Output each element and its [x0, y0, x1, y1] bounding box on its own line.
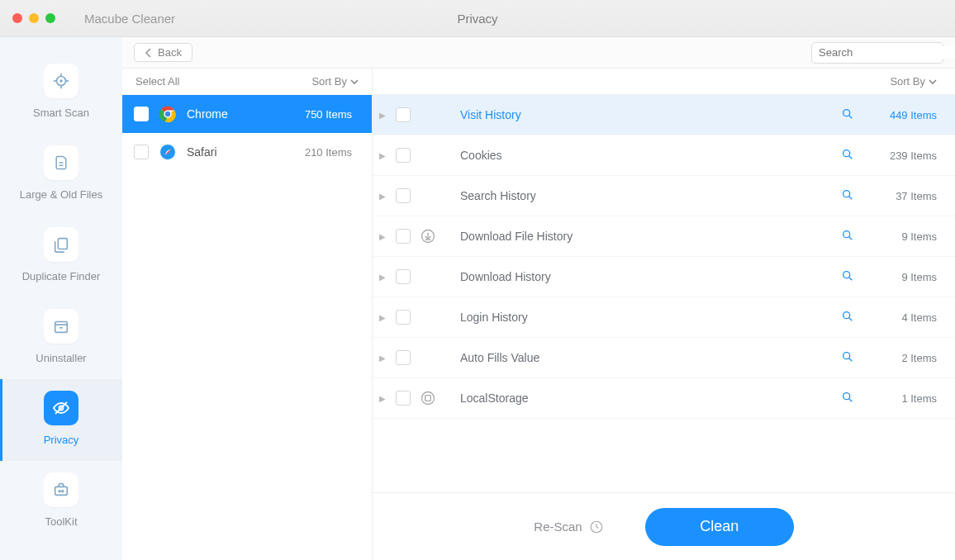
rescan-button[interactable]: Re-Scan [534, 520, 603, 534]
detail-row-login-history[interactable]: ▶ Login History 4 Items [373, 297, 955, 338]
sidebar: Smart Scan Large & Old Files Duplicate F… [0, 37, 122, 560]
reveal-button[interactable] [841, 229, 854, 244]
svg-point-16 [62, 491, 64, 492]
sidebar-item-label: ToolKit [45, 515, 77, 528]
disclosure-triangle-icon[interactable]: ▶ [379, 273, 387, 282]
svg-point-34 [843, 271, 850, 278]
svg-rect-14 [55, 486, 68, 495]
sidebar-item-toolkit[interactable]: ToolKit [0, 461, 122, 543]
row-icon-placeholder [419, 268, 437, 286]
svg-line-39 [849, 358, 853, 361]
row-icon-placeholder [419, 349, 437, 367]
detail-label: Download File History [460, 230, 833, 243]
search-input[interactable] [819, 46, 955, 59]
sidebar-item-smart-scan[interactable]: Smart Scan [0, 52, 122, 134]
sidebar-item-label: Uninstaller [36, 352, 86, 364]
detail-count: 9 Items [879, 271, 937, 283]
clean-button[interactable]: Clean [645, 508, 794, 546]
storage-icon [419, 389, 437, 407]
checkbox[interactable] [396, 350, 411, 365]
checkbox[interactable] [396, 107, 411, 122]
detail-panel: Sort By ▶ Visit History 449 Items ▶ [373, 69, 955, 560]
detail-list: ▶ Visit History 449 Items ▶ Cookies 239 [373, 95, 955, 492]
close-window-button[interactable] [12, 13, 22, 23]
browser-row-chrome[interactable]: Chrome 750 Items [122, 95, 372, 133]
back-label: Back [158, 46, 182, 59]
minimize-window-button[interactable] [29, 13, 39, 23]
detail-row-cookies[interactable]: ▶ Cookies 239 Items [373, 135, 955, 176]
detail-label: Cookies [460, 149, 833, 162]
reveal-button[interactable] [841, 310, 854, 325]
detail-count: 37 Items [879, 190, 937, 202]
sidebar-item-label: Large & Old Files [20, 188, 102, 201]
sidebar-item-privacy[interactable]: Privacy [0, 379, 122, 461]
toolbar: Back [122, 37, 955, 69]
sidebar-item-uninstaller[interactable]: Uninstaller [0, 297, 122, 379]
reveal-button[interactable] [841, 188, 854, 204]
chrome-icon [159, 105, 177, 123]
crosshair-icon [44, 64, 78, 98]
disclosure-triangle-icon[interactable]: ▶ [379, 354, 387, 363]
back-button[interactable]: Back [134, 43, 192, 62]
sidebar-item-duplicate-finder[interactable]: Duplicate Finder [0, 216, 122, 297]
detail-row-download-history[interactable]: ▶ Download History 9 Items [373, 257, 955, 297]
detail-label: Auto Fills Value [460, 351, 833, 364]
archive-icon [44, 309, 78, 344]
safari-icon [159, 143, 177, 161]
browser-list-header: Select All Sort By [122, 69, 372, 95]
svg-rect-8 [58, 239, 67, 249]
disclosure-triangle-icon[interactable]: ▶ [379, 111, 387, 120]
svg-point-28 [843, 190, 850, 197]
detail-row-search-history[interactable]: ▶ Search History 37 Items [373, 176, 955, 216]
search-wrapper[interactable] [811, 42, 943, 64]
disclosure-triangle-icon[interactable]: ▶ [379, 151, 387, 160]
checkbox[interactable] [396, 188, 411, 203]
detail-row-local-storage[interactable]: ▶ LocalStorage 1 Items [373, 378, 955, 419]
reveal-button[interactable] [841, 148, 854, 164]
sidebar-item-large-old-files[interactable]: Large & Old Files [0, 134, 122, 216]
svg-rect-41 [425, 396, 431, 401]
detail-label: LocalStorage [460, 392, 833, 405]
checkbox[interactable] [396, 269, 411, 284]
svg-point-38 [843, 352, 850, 358]
svg-point-26 [843, 149, 850, 156]
reveal-button[interactable] [841, 107, 854, 123]
file-icon [44, 145, 78, 180]
toolbox-icon [44, 472, 78, 507]
detail-row-visit-history[interactable]: ▶ Visit History 449 Items [373, 95, 955, 135]
svg-line-27 [849, 155, 853, 159]
checkbox[interactable] [396, 229, 411, 244]
detail-count: 4 Items [879, 311, 937, 324]
reveal-button[interactable] [841, 391, 854, 406]
window-title: Privacy [457, 12, 497, 26]
browser-count: 750 Items [305, 108, 352, 121]
title-bar: Macube Cleaner Privacy [0, 0, 955, 37]
disclosure-triangle-icon[interactable]: ▶ [379, 192, 387, 201]
checkbox[interactable] [134, 107, 149, 121]
checkbox[interactable] [396, 391, 411, 406]
disclosure-triangle-icon[interactable]: ▶ [379, 313, 387, 322]
detail-row-download-file-history[interactable]: ▶ Download File History 9 Items [373, 216, 955, 257]
sidebar-item-label: Duplicate Finder [22, 270, 101, 282]
svg-point-32 [843, 230, 850, 237]
checkbox[interactable] [396, 148, 411, 163]
sidebar-item-label: Privacy [44, 434, 79, 446]
checkbox[interactable] [396, 310, 411, 325]
browser-list-panel: Select All Sort By [122, 69, 373, 560]
zoom-window-button[interactable] [45, 13, 55, 23]
svg-point-24 [843, 109, 850, 116]
sort-by-button[interactable]: Sort By [890, 75, 937, 88]
reveal-button[interactable] [841, 350, 854, 366]
browser-row-safari[interactable]: Safari 210 Items [122, 133, 372, 171]
select-all-label[interactable]: Select All [135, 75, 179, 88]
checkbox[interactable] [134, 145, 149, 159]
detail-label: Login History [460, 311, 833, 324]
sort-by-button[interactable]: Sort By [311, 75, 359, 88]
detail-count: 449 Items [879, 109, 937, 121]
disclosure-triangle-icon[interactable]: ▶ [379, 394, 387, 403]
clock-refresh-icon [589, 520, 604, 534]
detail-row-auto-fills[interactable]: ▶ Auto Fills Value 2 Items [373, 338, 955, 378]
sidebar-item-label: Smart Scan [33, 107, 89, 119]
disclosure-triangle-icon[interactable]: ▶ [379, 232, 387, 241]
reveal-button[interactable] [841, 269, 854, 285]
